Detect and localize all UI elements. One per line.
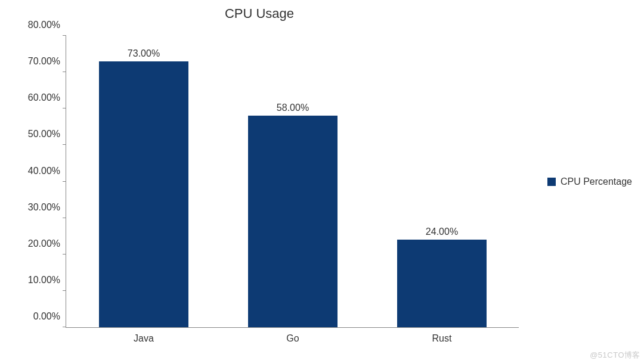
y-tick-label: 50.00% <box>28 129 60 139</box>
chart-container: CPU Usage 0.00% 10.00% 20.00% 30.00% 40.… <box>0 0 644 363</box>
bar-go: 58.00% <box>248 116 338 327</box>
legend: CPU Percentage <box>547 176 632 187</box>
y-tick-label: 30.00% <box>28 202 60 213</box>
bar-value-label: 73.00% <box>128 48 160 59</box>
y-tick-label: 20.00% <box>28 238 60 249</box>
x-tick-label: Rust <box>432 333 452 344</box>
bar-value-label: 24.00% <box>426 227 458 237</box>
y-tick-label: 10.00% <box>28 275 60 286</box>
y-tick-label: 60.00% <box>28 92 60 103</box>
bar-rust: 24.00% <box>397 240 487 327</box>
x-tick-label: Go <box>286 333 299 344</box>
y-tick-label: 80.00% <box>28 20 60 30</box>
x-tick-label: Java <box>134 333 154 344</box>
bars-group: 73.00% 58.00% 24.00% <box>66 36 519 327</box>
legend-label: CPU Percentage <box>561 176 632 187</box>
watermark: @51CTO博客 <box>590 350 640 361</box>
chart-title: CPU Usage <box>0 6 519 21</box>
bar-java: 73.00% <box>99 61 188 327</box>
bar-value-label: 58.00% <box>277 103 309 113</box>
y-tick-label: 70.00% <box>28 56 60 67</box>
y-tick-label: 0.00% <box>33 311 60 322</box>
y-tick-label: 40.00% <box>28 166 60 176</box>
plot-area: 0.00% 10.00% 20.00% 30.00% 40.00% 50.00%… <box>66 36 519 328</box>
legend-swatch-icon <box>547 178 556 186</box>
